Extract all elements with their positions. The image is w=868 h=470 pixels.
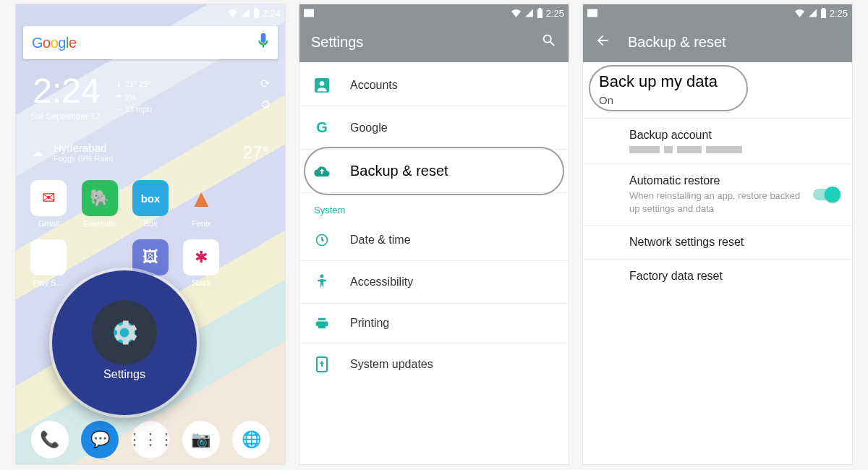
- app-fenix[interactable]: ▲Fenix: [176, 180, 226, 228]
- toggle-automatic-restore[interactable]: [813, 189, 839, 200]
- weather-temp: 27°: [243, 142, 269, 163]
- row-label: Backup & reset: [350, 163, 448, 179]
- row-sub: On: [599, 93, 838, 108]
- settings-app-label: Settings: [103, 368, 145, 381]
- weather-widget[interactable]: ☁ Hyderabad Foggy (9% Rain) 27°: [16, 124, 285, 170]
- status-time: 2:25: [546, 8, 564, 19]
- status-time: 2:24: [263, 8, 281, 19]
- battery-icon: [820, 8, 827, 18]
- google-logo: Google: [32, 35, 77, 51]
- wifi-icon: [794, 9, 805, 17]
- svg-rect-0: [304, 9, 314, 17]
- row-label: Accounts: [350, 79, 398, 92]
- appbar: Settings: [299, 22, 569, 62]
- back-icon[interactable]: [595, 33, 610, 52]
- signal-icon: [524, 9, 534, 17]
- row-printing[interactable]: Printing: [299, 304, 569, 343]
- mic-icon[interactable]: [258, 33, 269, 52]
- appbar-title: Backup & reset: [628, 34, 726, 51]
- row-label: Accessibility: [350, 275, 413, 289]
- notification-icon: [304, 9, 314, 17]
- app-slack[interactable]: ✱Slack: [176, 239, 226, 287]
- row-network-reset[interactable]: Network settings reset: [583, 226, 852, 260]
- row-factory-reset[interactable]: Factory data reset: [583, 260, 852, 293]
- weather-conditions: Foggy (9% Rain): [54, 154, 114, 163]
- screen-backup-reset: 2:25 Backup & reset Back up my data On B…: [583, 4, 852, 464]
- appbar: Backup & reset: [583, 22, 852, 62]
- clock-time: 2:24: [30, 74, 101, 108]
- dock-phone[interactable]: 📞: [31, 421, 69, 458]
- row-google[interactable]: G Google: [299, 106, 569, 150]
- signal-icon: [241, 9, 250, 17]
- row-title: Back up my data: [599, 72, 838, 91]
- row-date-time[interactable]: Date & time: [299, 220, 569, 261]
- app-gmail[interactable]: ✉Gmail: [23, 180, 74, 228]
- settings-app-callout[interactable]: Settings: [52, 270, 197, 415]
- app-grid: ✉Gmail 🐘Evernote boxBox ▲Fenix ▶Play S… …: [16, 170, 285, 287]
- app-box[interactable]: boxBox: [125, 180, 176, 228]
- svg-rect-6: [587, 9, 597, 17]
- svg-point-4: [320, 275, 324, 278]
- row-backup-my-data[interactable]: Back up my data On: [583, 62, 852, 119]
- dock-apps[interactable]: ⋮⋮⋮: [132, 421, 169, 458]
- app-play-store[interactable]: ▶Play S…: [23, 239, 74, 287]
- account-icon: [314, 78, 330, 93]
- weather-mini: 🌡 21° 29° ☂ 9% ↔ 13 mph: [115, 74, 152, 116]
- clock-widget[interactable]: 2:24 Sat September 17 🌡 21° 29° ☂ 9% ↔ 1…: [16, 59, 285, 124]
- row-backup-account[interactable]: Backup account: [583, 119, 852, 164]
- weather-location: Hyderabad: [54, 142, 114, 154]
- dock: 📞 💬 ⋮⋮⋮ 📷 🌐: [16, 421, 285, 458]
- status-bar: 2:24: [16, 4, 285, 22]
- row-label: Printing: [350, 317, 389, 330]
- row-title: Factory data reset: [629, 270, 838, 283]
- settings-list: Accounts G Google Backup & reset System …: [299, 62, 569, 385]
- accessibility-icon: [314, 274, 330, 290]
- row-automatic-restore[interactable]: Automatic restore When reinstalling an a…: [583, 164, 852, 226]
- google-icon: G: [314, 119, 330, 136]
- row-accounts[interactable]: Accounts: [299, 65, 569, 106]
- dock-messages[interactable]: 💬: [81, 421, 119, 458]
- svg-point-2: [320, 81, 325, 86]
- battery-icon: [253, 8, 260, 18]
- screen-settings: 2:25 Settings Accounts G Google Backup &…: [299, 4, 569, 464]
- search-icon[interactable]: [541, 33, 557, 52]
- row-label: System updates: [350, 358, 433, 371]
- row-title: Network settings reset: [629, 236, 838, 249]
- backup-icon: [314, 164, 330, 179]
- app-evernote[interactable]: 🐘Evernote: [74, 180, 124, 228]
- status-bar: 2:25: [583, 4, 852, 22]
- row-label: Google: [350, 121, 388, 134]
- signal-icon: [808, 9, 817, 17]
- status-bar: 2:25: [299, 4, 569, 22]
- google-search-bar[interactable]: Google: [23, 26, 278, 59]
- wifi-icon: [511, 9, 522, 17]
- row-sub: When reinstalling an app, restore backed…: [629, 189, 838, 215]
- row-label: Date & time: [350, 234, 411, 247]
- update-icon: [314, 356, 330, 372]
- row-title: Automatic restore: [629, 174, 838, 187]
- section-system: System: [299, 193, 569, 220]
- redacted-email: [629, 146, 838, 153]
- fog-icon: ☁: [32, 145, 43, 159]
- row-title: Backup account: [629, 129, 838, 142]
- row-backup-reset[interactable]: Backup & reset: [299, 150, 569, 193]
- screen-home: 2:24 Google 2:24 Sat September 17 🌡 21° …: [16, 4, 285, 464]
- refresh-icon[interactable]: ⟳: [260, 77, 271, 90]
- dock-camera[interactable]: 📷: [182, 421, 220, 458]
- row-system-updates[interactable]: System updates: [299, 343, 569, 385]
- settings-gear-icon: [96, 304, 153, 361]
- notification-icon: [587, 9, 597, 17]
- print-icon: [314, 317, 330, 330]
- appbar-title: Settings: [311, 34, 363, 51]
- clock-icon: [314, 233, 330, 247]
- gear-icon[interactable]: ⚙: [260, 98, 271, 111]
- row-accessibility[interactable]: Accessibility: [299, 261, 569, 304]
- dock-chrome[interactable]: 🌐: [232, 421, 270, 458]
- status-time: 2:25: [830, 8, 848, 19]
- battery-icon: [537, 8, 543, 18]
- wifi-icon: [227, 9, 238, 17]
- clock-date: Sat September 17: [30, 111, 101, 121]
